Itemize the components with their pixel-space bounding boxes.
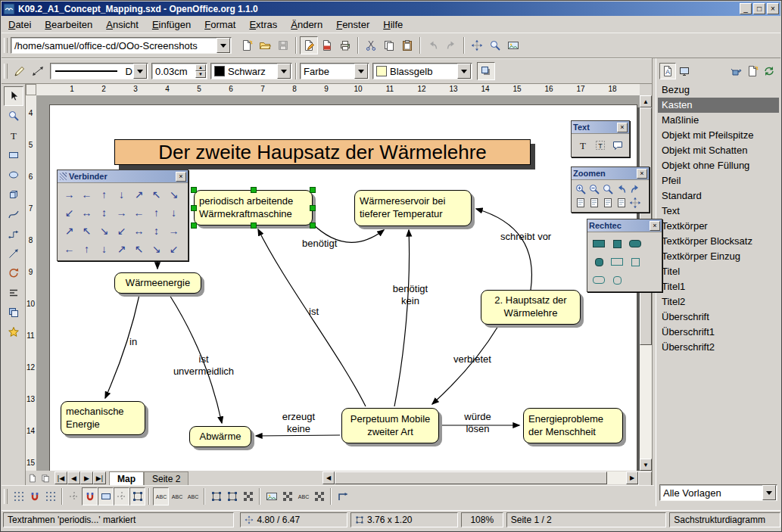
close-icon[interactable]: × (637, 169, 647, 179)
text-palette[interactable]: Text × (571, 120, 630, 157)
grid-to-front-button[interactable] (42, 487, 58, 506)
helplines-visible-button[interactable] (66, 487, 82, 506)
menu-item[interactable]: Einfügen (145, 17, 198, 33)
fill-type-dropdown-button[interactable] (354, 64, 368, 79)
selection-handle[interactable] (251, 222, 257, 229)
connector-type-icon[interactable]: ← (61, 240, 78, 258)
snap-to-grid-button[interactable] (26, 487, 42, 506)
connector-type-icon[interactable]: ↕ (148, 222, 165, 240)
connector-type-icon[interactable]: → (165, 222, 182, 240)
connector-type-icon[interactable]: ↗ (61, 222, 78, 240)
menu-item[interactable]: Format (198, 17, 242, 33)
tab-nav-button[interactable]: ▶| (93, 471, 106, 484)
large-handles-button[interactable] (224, 487, 240, 506)
menu-item[interactable]: Fenster (329, 17, 376, 33)
tab-nav-button[interactable]: ◀ (67, 471, 80, 484)
tab-nav-button[interactable]: ▶ (80, 471, 93, 484)
connector-type-icon[interactable]: ← (130, 204, 148, 222)
outline-rounded-rectangle-icon[interactable] (590, 271, 608, 289)
connector-type-icon[interactable]: ↙ (61, 204, 78, 222)
style-list-item[interactable]: Titel2 (658, 294, 779, 310)
style-list-item[interactable]: Textkörper Einzug (658, 249, 779, 264)
fill-color-value[interactable]: Blassgelb (387, 66, 456, 77)
page-tab[interactable]: Seite 2 (144, 471, 188, 485)
style-list-item[interactable]: Bezug (658, 82, 779, 98)
line-style-dropdown-button[interactable] (133, 64, 147, 79)
menu-item[interactable]: Ändern (284, 17, 329, 33)
connector-type-icon[interactable]: ↑ (78, 240, 95, 258)
style-filter-dropdown-button[interactable] (762, 485, 776, 500)
style-list-item[interactable]: Titel (658, 264, 779, 279)
zoom-palette-titlebar[interactable]: Zoomen × (572, 167, 649, 180)
edge-label[interactable]: in (129, 336, 137, 348)
status-zoom[interactable]: 108% (461, 512, 503, 527)
edge-label[interactable]: ist (309, 306, 319, 318)
connector-type-icon[interactable]: ↔ (130, 222, 148, 240)
scroll-left-button[interactable]: ◀ (322, 471, 335, 484)
fill-color-dropdown-button[interactable] (457, 64, 471, 79)
connector-type-icon[interactable]: ↙ (113, 222, 130, 240)
selection-handle[interactable] (310, 205, 316, 211)
exit-all-groups-button[interactable] (335, 487, 350, 506)
zoom-palette[interactable]: Zoomen × (571, 166, 650, 213)
concept-node[interactable]: Perpetuum Mobile zweiter Art (341, 408, 439, 443)
gallery-button[interactable] (504, 36, 522, 54)
concept-node[interactable]: Energieprobleme der Menschheit (523, 408, 623, 443)
callout-icon[interactable] (609, 136, 627, 154)
page-tab[interactable]: Map (109, 471, 144, 485)
close-icon[interactable]: × (617, 123, 628, 132)
rectangles-palette[interactable]: Rechtec × (587, 219, 662, 292)
connector-tool-button[interactable] (4, 224, 23, 244)
concept-node[interactable]: Wärmereservoir bei tieferer Temperatur (354, 190, 472, 226)
concept-node[interactable]: Wärmeenergie (114, 272, 201, 294)
fill-type-combobox[interactable]: Farbe (300, 63, 369, 79)
connector-type-icon[interactable]: ↙ (165, 240, 182, 258)
edge-label[interactable]: benötigt (302, 238, 337, 250)
pan-icon[interactable] (628, 196, 642, 210)
text-tool-icon[interactable] (574, 136, 591, 154)
line-style-combobox[interactable]: D (50, 63, 148, 79)
connector-type-icon[interactable]: ← (78, 185, 95, 204)
presentation-styles-button[interactable] (676, 63, 693, 79)
ellipse-tool-button[interactable] (4, 165, 23, 185)
contour-mode-button[interactable] (279, 487, 295, 506)
update-style-button[interactable] (761, 63, 777, 79)
connector-type-icon[interactable]: ↘ (165, 185, 182, 204)
graphic-styles-button[interactable] (659, 63, 676, 79)
cut-button[interactable] (362, 36, 380, 54)
double-click-edit-button[interactable] (185, 487, 201, 506)
toolbar-grip[interactable] (4, 489, 8, 504)
effects-tool-button[interactable] (4, 322, 23, 342)
line-color-dropdown-button[interactable] (277, 64, 291, 79)
style-list-item[interactable]: Textkörper (658, 219, 779, 234)
arrow-ends-button[interactable] (29, 62, 47, 80)
menu-item[interactable]: Datei (2, 17, 38, 33)
layer-mode-icon[interactable] (39, 471, 51, 484)
horizontal-scroll-thumb[interactable] (335, 471, 607, 484)
picture-placeholder-button[interactable] (263, 487, 279, 506)
style-list-item[interactable]: Pfeil (658, 173, 779, 188)
zoom-next-icon[interactable] (628, 182, 642, 196)
text-tool-button[interactable] (4, 126, 23, 145)
export-pdf-button[interactable] (318, 36, 336, 54)
selection-handle[interactable] (251, 187, 257, 193)
connector-type-icon[interactable]: ↑ (95, 185, 113, 204)
connector-type-icon[interactable]: ↓ (113, 185, 130, 204)
style-list-item[interactable]: Überschrift2 (658, 340, 779, 355)
text-palette-titlebar[interactable]: Text × (572, 121, 629, 134)
rectangle-tool-button[interactable] (4, 145, 23, 165)
zoom-previous-icon[interactable] (615, 182, 628, 196)
toolbar-grip[interactable] (4, 64, 8, 79)
close-icon[interactable]: × (650, 221, 660, 231)
outline-rectangle-icon[interactable] (608, 253, 626, 271)
drawing-canvas[interactable]: Der zweite Haupsatz der Wärmelehre perio… (36, 95, 640, 471)
snap-to-points-button[interactable] (129, 487, 145, 506)
line-width-spinner[interactable]: ▲▼ (195, 64, 206, 78)
filled-rounded-square-icon[interactable] (590, 253, 608, 271)
selection-handle[interactable] (191, 222, 197, 229)
filled-square-icon[interactable] (608, 235, 626, 253)
fill-color-combobox[interactable]: Blassgelb (372, 63, 472, 79)
connector-type-icon[interactable]: → (61, 185, 78, 204)
horizontal-scrollbar[interactable]: ◀ ▶ (322, 471, 638, 484)
edge-label[interactable]: würde lösen (460, 411, 496, 436)
